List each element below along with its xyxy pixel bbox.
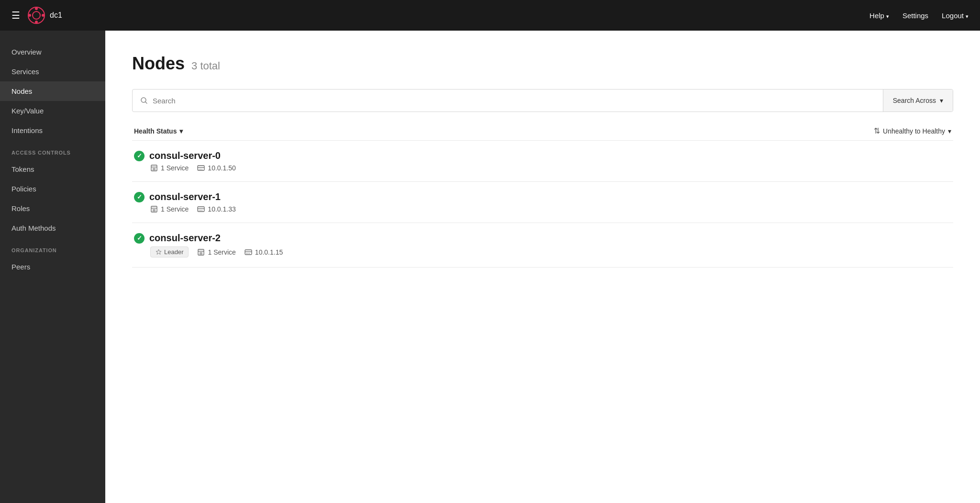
- node-header: consul-server-2: [134, 233, 951, 244]
- ip-icon: [245, 248, 252, 256]
- search-input-wrapper: [133, 89, 883, 112]
- page-count: 3 total: [191, 60, 220, 72]
- svg-rect-12: [198, 166, 204, 170]
- svg-point-3: [35, 21, 38, 23]
- node-name: consul-server-2: [149, 233, 221, 244]
- consul-logo-icon: [28, 7, 45, 24]
- hamburger-menu[interactable]: ☰: [11, 10, 20, 21]
- star-icon: [156, 249, 162, 255]
- svg-point-14: [199, 169, 200, 170]
- datacenter-label: dc1: [50, 11, 62, 20]
- app-body: Overview Services Nodes Key/Value Intent…: [0, 31, 980, 503]
- node-ip: 10.0.1.33: [197, 205, 235, 213]
- node-header: consul-server-1: [134, 191, 951, 202]
- service-count: 1 Service: [197, 248, 235, 256]
- health-check-icon: [134, 192, 145, 202]
- node-ip: 10.0.1.50: [197, 164, 235, 172]
- ip-icon: [197, 205, 205, 213]
- svg-point-2: [35, 7, 38, 10]
- svg-point-34: [247, 253, 248, 254]
- leader-badge: Leader: [150, 246, 189, 257]
- svg-rect-31: [245, 250, 252, 255]
- sidebar: Overview Services Nodes Key/Value Intent…: [0, 31, 105, 503]
- node-name: consul-server-1: [149, 191, 221, 202]
- ip-icon: [197, 164, 205, 172]
- sidebar-item-roles[interactable]: Roles: [0, 199, 105, 218]
- svg-rect-21: [198, 207, 204, 212]
- logout-link[interactable]: Logout▾: [942, 11, 969, 20]
- node-meta: 1 Service 10.0.1.50: [134, 164, 951, 172]
- svg-point-16: [202, 169, 203, 170]
- search-icon: [140, 97, 148, 104]
- settings-link[interactable]: Settings: [902, 11, 928, 20]
- topnav: ☰ dc1 Help▾ Settings Logout▾: [0, 0, 980, 31]
- sidebar-item-peers[interactable]: Peers: [0, 257, 105, 277]
- svg-point-1: [33, 11, 40, 19]
- node-ip: 10.0.1.15: [245, 248, 283, 256]
- health-status-filter[interactable]: Health Status ▾: [134, 127, 183, 135]
- search-bar: Search Across ▾: [132, 89, 953, 112]
- svg-point-33: [246, 253, 247, 254]
- sort-icon: ⇅: [874, 126, 880, 135]
- service-count: 1 Service: [150, 164, 189, 172]
- svg-line-7: [145, 102, 147, 104]
- service-icon: [150, 205, 158, 213]
- service-icon: [197, 248, 205, 256]
- svg-point-24: [200, 210, 201, 211]
- logo-container: dc1: [28, 7, 62, 24]
- svg-rect-17: [151, 206, 157, 212]
- sidebar-item-keyvalue[interactable]: Key/Value: [0, 101, 105, 121]
- table-row[interactable]: consul-server-1 1 Service: [132, 182, 953, 223]
- chevron-down-icon: ▾: [948, 127, 951, 135]
- sidebar-item-auth-methods[interactable]: Auth Methods: [0, 218, 105, 238]
- svg-point-5: [42, 14, 45, 17]
- svg-point-15: [200, 169, 201, 170]
- sidebar-item-policies[interactable]: Policies: [0, 179, 105, 199]
- page-header: Nodes 3 total: [132, 54, 953, 74]
- health-check-icon: [134, 233, 145, 244]
- table-row[interactable]: consul-server-0 1 Service: [132, 141, 953, 182]
- chevron-down-icon: ▾: [940, 97, 943, 104]
- svg-rect-27: [198, 249, 204, 255]
- topnav-left: ☰ dc1: [11, 7, 62, 24]
- sidebar-item-overview[interactable]: Overview: [0, 42, 105, 62]
- svg-point-23: [199, 210, 200, 211]
- main-content: Nodes 3 total Search Across ▾ Health Sta…: [105, 31, 980, 503]
- svg-point-35: [249, 253, 250, 254]
- sidebar-item-services[interactable]: Services: [0, 62, 105, 81]
- node-header: consul-server-0: [134, 150, 951, 161]
- search-input[interactable]: [153, 97, 875, 105]
- organization-label: ORGANIZATION: [0, 238, 105, 257]
- svg-point-4: [28, 14, 31, 17]
- node-meta: Leader 1 Service: [134, 246, 951, 257]
- node-meta: 1 Service 10.0.1.33: [134, 205, 951, 213]
- topnav-right: Help▾ Settings Logout▾: [869, 11, 969, 20]
- service-count: 1 Service: [150, 205, 189, 213]
- sort-button[interactable]: ⇅ Unhealthy to Healthy ▾: [874, 126, 951, 135]
- service-icon: [150, 164, 158, 172]
- sidebar-item-tokens[interactable]: Tokens: [0, 159, 105, 179]
- table-row[interactable]: consul-server-2 Leader: [132, 223, 953, 268]
- node-name: consul-server-0: [149, 150, 221, 161]
- node-list: consul-server-0 1 Service: [132, 141, 953, 268]
- page-title: Nodes: [132, 54, 185, 74]
- filter-bar: Health Status ▾ ⇅ Unhealthy to Healthy ▾: [132, 122, 953, 141]
- svg-point-25: [202, 210, 203, 211]
- svg-marker-26: [156, 249, 161, 255]
- sidebar-item-nodes[interactable]: Nodes: [0, 81, 105, 101]
- svg-rect-8: [151, 165, 157, 171]
- help-link[interactable]: Help▾: [869, 11, 889, 20]
- health-check-icon: [134, 151, 145, 161]
- chevron-down-icon: ▾: [179, 127, 183, 135]
- access-controls-label: ACCESS CONTROLS: [0, 140, 105, 159]
- sidebar-item-intentions[interactable]: Intentions: [0, 121, 105, 140]
- search-across-button[interactable]: Search Across ▾: [883, 89, 953, 112]
